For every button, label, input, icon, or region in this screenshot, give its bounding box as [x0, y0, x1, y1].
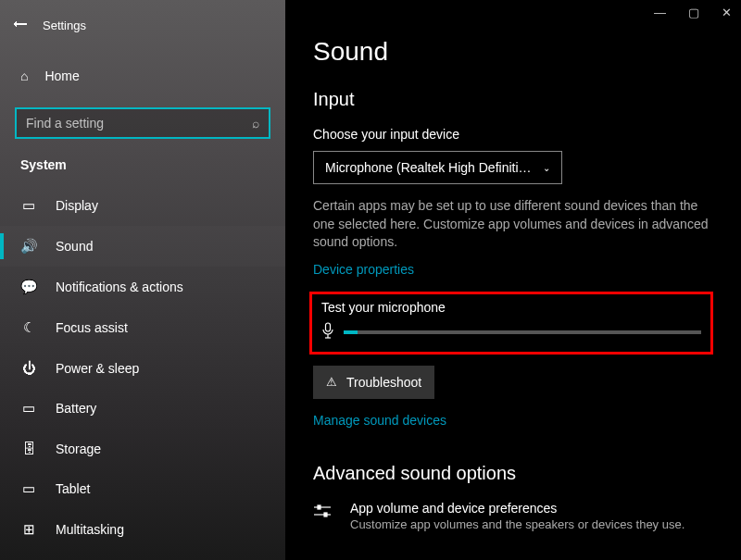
maximize-button[interactable]: ▢: [688, 6, 699, 19]
app-volume-row[interactable]: App volume and device preferences Custom…: [313, 501, 713, 531]
notifications-icon: 💬: [20, 279, 37, 295]
storage-icon: 🗄: [20, 441, 37, 456]
minimize-button[interactable]: —: [654, 6, 666, 19]
sidebar-home[interactable]: ⌂ Home: [0, 57, 285, 94]
window-title: Settings: [43, 19, 86, 32]
sidebar-item-label: Battery: [56, 401, 96, 416]
input-help-text: Certain apps may be set up to use differ…: [313, 197, 713, 252]
dropdown-value: Microphone (Realtek High Definiti…: [325, 160, 532, 175]
svg-rect-5: [318, 505, 320, 509]
focus-assist-icon: ☾: [20, 319, 37, 336]
sidebar-item-display[interactable]: ▭ Display: [0, 185, 285, 226]
troubleshoot-label: Troubleshoot: [346, 375, 421, 390]
svg-rect-6: [324, 513, 327, 516]
choose-device-label: Choose your input device: [313, 127, 713, 142]
app-volume-desc: Customize app volumes and the speakers o…: [350, 517, 684, 531]
sidebar-item-power-sleep[interactable]: ⏻ Power & sleep: [0, 348, 285, 388]
device-properties-link[interactable]: Device properties: [313, 262, 414, 277]
mic-level-row: [321, 322, 701, 342]
sidebar-item-label: Multitasking: [56, 522, 124, 537]
display-icon: ▭: [20, 197, 37, 214]
sidebar-item-storage[interactable]: 🗄 Storage: [0, 429, 285, 468]
power-icon: ⏻: [20, 360, 37, 376]
chevron-down-icon: ⌄: [543, 163, 550, 173]
sidebar-item-label: Notifications & actions: [56, 280, 183, 294]
sidebar-item-label: Display: [56, 198, 98, 213]
sidebar: 🠔 Settings ⌂ Home ⌕ System ▭ Display 🔊 S…: [0, 0, 285, 560]
test-mic-highlight: Test your microphone: [309, 292, 713, 355]
sidebar-header: 🠔 Settings: [0, 9, 285, 41]
sidebar-item-notifications[interactable]: 💬 Notifications & actions: [0, 267, 285, 307]
sidebar-item-sound[interactable]: 🔊 Sound: [0, 226, 285, 267]
sound-icon: 🔊: [20, 238, 37, 255]
svg-rect-0: [326, 323, 331, 331]
sidebar-item-label: Focus assist: [56, 320, 128, 335]
sidebar-item-label: Sound: [56, 239, 93, 254]
input-device-dropdown[interactable]: Microphone (Realtek High Definiti… ⌄: [313, 151, 562, 184]
input-section: Input Choose your input device Microphon…: [285, 89, 741, 531]
app-volume-title: App volume and device preferences: [350, 501, 684, 516]
app-volume-texts: App volume and device preferences Custom…: [350, 501, 684, 531]
sidebar-item-label: Tablet: [56, 481, 90, 496]
window-controls: — ▢ ✕: [654, 6, 732, 19]
home-icon: ⌂: [20, 68, 28, 83]
search-icon: ⌕: [252, 116, 259, 131]
warning-icon: ⚠: [326, 375, 337, 389]
search-input[interactable]: [26, 116, 252, 131]
battery-icon: ▭: [20, 400, 37, 417]
sidebar-item-label: Storage: [56, 442, 101, 456]
advanced-heading: Advanced sound options: [313, 463, 713, 484]
close-button[interactable]: ✕: [722, 6, 732, 19]
sliders-icon: [313, 501, 332, 524]
home-label: Home: [44, 68, 79, 83]
main-content: — ▢ ✕ Sound Input Choose your input devi…: [285, 0, 741, 560]
sidebar-item-label: Power & sleep: [56, 361, 139, 376]
mic-level-bar: [344, 330, 701, 334]
manage-sound-devices-link[interactable]: Manage sound devices: [313, 413, 446, 428]
microphone-icon: [321, 322, 334, 342]
multitasking-icon: ⊞: [20, 521, 37, 538]
search-box[interactable]: ⌕: [15, 107, 270, 139]
sidebar-item-multitasking[interactable]: ⊞ Multitasking: [0, 509, 285, 550]
sidebar-item-focus-assist[interactable]: ☾ Focus assist: [0, 307, 285, 348]
sidebar-section-heading: System: [0, 150, 285, 185]
test-mic-label: Test your microphone: [321, 300, 701, 315]
troubleshoot-button[interactable]: ⚠ Troubleshoot: [313, 366, 434, 399]
sidebar-item-battery[interactable]: ▭ Battery: [0, 388, 285, 429]
input-heading: Input: [313, 89, 713, 110]
back-icon[interactable]: 🠔: [13, 17, 28, 33]
tablet-icon: ▭: [20, 480, 37, 497]
sidebar-item-tablet[interactable]: ▭ Tablet: [0, 468, 285, 509]
mic-level-fill: [344, 330, 358, 334]
